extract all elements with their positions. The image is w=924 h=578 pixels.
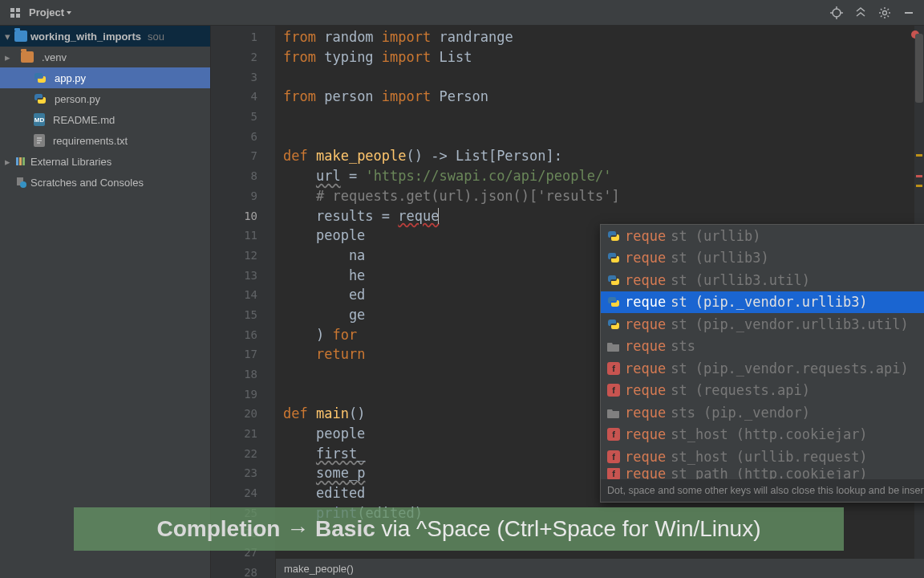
caret: [438, 208, 439, 224]
completion-rest: st: [671, 250, 687, 266]
completion-item-cut[interactable]: frequest_path (http.cookiejar): [601, 468, 924, 479]
folder-icon: [14, 31, 27, 42]
scratches-icon: [14, 176, 27, 189]
completion-pkg: (pip._vendor.urllib3): [695, 294, 868, 310]
completion-pkg: (requests.api): [695, 382, 810, 398]
completion-match: reque: [625, 250, 666, 266]
code-line-10[interactable]: results = reque: [275, 206, 924, 226]
project-sidebar: ▾ working_with_imports sou ▸.venvapp.pyp…: [0, 26, 211, 578]
completion-item[interactable]: requests (pip._vendor): [601, 401, 924, 424]
code-line-1[interactable]: from random import randrange: [275, 27, 924, 47]
completion-rest: st: [671, 272, 687, 288]
code-line-6[interactable]: [275, 126, 924, 146]
project-label[interactable]: Project: [29, 6, 72, 18]
completion-item[interactable]: request (urllib): [601, 225, 924, 247]
line-number: 20: [211, 404, 275, 424]
svg-rect-24: [22, 157, 25, 165]
tree-file-requirements.txt[interactable]: requirements.txt: [0, 130, 210, 151]
line-number: 2: [211, 47, 275, 67]
completion-popup: request (urllib)request (urllib3)request…: [600, 224, 924, 503]
banner-arrow: →: [286, 516, 315, 541]
line-number: 22: [211, 443, 275, 463]
completion-item[interactable]: request (urllib3): [601, 247, 924, 270]
line-number: 16: [211, 324, 275, 344]
project-tree-icon[interactable]: [5, 3, 26, 22]
locate-icon[interactable]: [826, 3, 847, 22]
completion-rest: st: [671, 294, 687, 310]
line-number: 14: [211, 285, 275, 305]
python-icon: [607, 251, 620, 264]
python-icon: [607, 318, 620, 331]
external-libraries[interactable]: ▸ External Libraries: [0, 151, 210, 172]
project-toolbar: Project: [0, 0, 924, 26]
completion-item[interactable]: frequest (pip._vendor.requests.api): [601, 357, 924, 380]
gear-icon[interactable]: [874, 3, 895, 22]
code-line-4[interactable]: from person import Person: [275, 87, 924, 107]
completion-pkg: (pip._vendor.urllib3.util): [695, 316, 909, 332]
completion-item[interactable]: frequest_host (urllib.request): [601, 446, 924, 468]
tree-file-README.md[interactable]: MDREADME.md: [0, 109, 210, 130]
function-icon: f: [607, 362, 620, 375]
line-number: 10: [211, 206, 275, 226]
completion-rest: st: [671, 360, 687, 377]
scrollbar-thumb[interactable]: [915, 34, 923, 103]
completion-rest: st: [671, 382, 687, 398]
tree-file-app.py[interactable]: app.py: [0, 67, 210, 88]
completion-item[interactable]: frequest (requests.api): [601, 380, 924, 402]
completion-pkg: (http.cookiejar): [736, 426, 868, 442]
svg-line-14: [881, 9, 882, 10]
svg-line-16: [881, 15, 882, 17]
code-line-8[interactable]: url = 'https://swapi.co/api/people/': [275, 166, 924, 186]
code-line-9[interactable]: # requests.get(url).json()['results']: [275, 186, 924, 206]
code-line-5[interactable]: [275, 107, 924, 127]
stripe-warn[interactable]: [916, 154, 922, 157]
code-line-2[interactable]: from typing import List: [275, 47, 924, 67]
line-number: 13: [211, 265, 275, 285]
banner-rest: via ^Space (Ctrl+Space for Win/Linux): [382, 516, 761, 541]
completion-item[interactable]: request (urllib3.util): [601, 269, 924, 291]
root-suffix: sou: [148, 31, 164, 43]
completion-item[interactable]: requests: [601, 336, 924, 358]
completion-rest: st_host: [671, 449, 728, 465]
svg-rect-0: [10, 8, 14, 12]
collapse-all-icon[interactable]: [850, 3, 871, 22]
completion-pkg: (pip._vendor.requests.api): [695, 360, 909, 377]
completion-match: reque: [625, 272, 666, 288]
code-line-3[interactable]: [275, 67, 924, 87]
svg-rect-2: [10, 14, 14, 18]
completion-match: reque: [625, 228, 666, 244]
line-number: 7: [211, 146, 275, 166]
completion-pkg: (urllib3.util): [695, 272, 810, 288]
banner-bold2: Basic: [315, 516, 382, 541]
svg-point-4: [833, 9, 841, 17]
markdown-file-icon: MD: [34, 113, 45, 126]
scratches-consoles[interactable]: ▸ Scratches and Consoles: [0, 172, 210, 193]
editor-gutter: 1234567891011121314151617181920212223242…: [211, 26, 275, 578]
completion-match: reque: [625, 294, 666, 310]
completion-pkg: (pip._vendor): [703, 405, 810, 421]
folder-icon: [607, 406, 620, 419]
folder-icon: [607, 340, 620, 352]
project-root[interactable]: ▾ working_with_imports sou: [0, 26, 210, 47]
function-icon: f: [607, 450, 620, 463]
line-number: 23: [211, 463, 275, 483]
completion-pkg: (urllib.request): [736, 449, 868, 465]
code-editor[interactable]: 1234567891011121314151617181920212223242…: [211, 26, 924, 578]
tree-file-person.py[interactable]: person.py: [0, 88, 210, 109]
text-file-icon: [34, 134, 45, 147]
breadcrumb[interactable]: make_people(): [276, 559, 924, 578]
stripe-err[interactable]: [916, 175, 922, 177]
svg-rect-22: [16, 157, 18, 165]
function-icon: f: [607, 468, 620, 479]
completion-item[interactable]: request (pip._vendor.urllib3): [601, 291, 924, 314]
completion-match: reque: [625, 316, 666, 332]
minimize-icon[interactable]: [898, 3, 919, 22]
completion-item[interactable]: frequest_host (http.cookiejar): [601, 424, 924, 446]
code-line-7[interactable]: def make_people() -> List[Person]:: [275, 146, 924, 166]
stripe-warn[interactable]: [916, 185, 922, 187]
tree-file-.venv[interactable]: ▸.venv: [0, 47, 210, 67]
library-icon: [14, 155, 27, 168]
function-icon: f: [607, 384, 620, 397]
completion-item[interactable]: request (pip._vendor.urllib3.util): [601, 313, 924, 336]
root-name: working_with_imports: [30, 31, 141, 43]
